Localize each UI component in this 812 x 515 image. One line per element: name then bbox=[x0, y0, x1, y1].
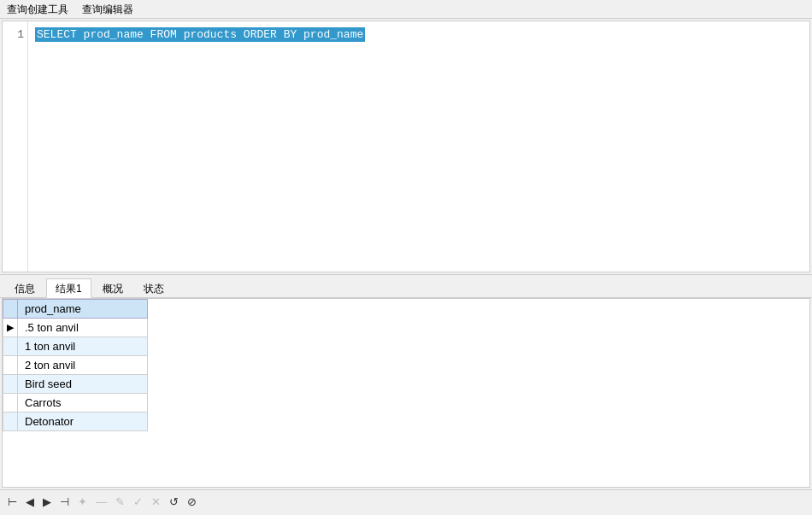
tab-overview[interactable]: 概况 bbox=[93, 278, 132, 297]
bottom-toolbar: ⊢ ◀ ▶ ⊣ ✦ — ✎ ✓ ✕ ↺ ⊘ bbox=[0, 489, 812, 513]
row-value: Carrots bbox=[18, 394, 148, 413]
table-row[interactable]: Bird seed bbox=[3, 375, 148, 394]
row-indicator bbox=[3, 356, 18, 375]
editor-content: 1 SELECT prod_name FROM products ORDER B… bbox=[3, 21, 809, 272]
sql-selected-text[interactable]: SELECT prod_name FROM products ORDER BY … bbox=[35, 27, 365, 42]
next-record-button[interactable]: ▶ bbox=[40, 495, 54, 509]
cancel-record-button[interactable]: ✕ bbox=[149, 495, 163, 509]
line-numbers: 1 bbox=[3, 21, 28, 272]
results-scroll[interactable]: prod_name ▶.5 ton anvil1 ton anvil2 ton … bbox=[3, 299, 809, 487]
save-record-button[interactable]: ✓ bbox=[131, 495, 145, 509]
tab-status[interactable]: 状态 bbox=[134, 278, 174, 297]
add-record-button[interactable]: ✦ bbox=[75, 495, 90, 509]
table-row[interactable]: ▶.5 ton anvil bbox=[3, 319, 148, 337]
first-record-button[interactable]: ⊢ bbox=[5, 495, 20, 509]
editor-container: 1 SELECT prod_name FROM products ORDER B… bbox=[2, 20, 810, 272]
main-layout: 查询创建工具 查询编辑器 1 SELECT prod_name FROM pro… bbox=[0, 0, 812, 513]
edit-record-button[interactable]: ✎ bbox=[113, 495, 127, 509]
table-row[interactable]: 2 ton anvil bbox=[3, 356, 148, 375]
tabs-bar: 信息 结果1 概况 状态 bbox=[0, 274, 812, 298]
tab-info[interactable]: 信息 bbox=[5, 278, 44, 297]
row-value: 2 ton anvil bbox=[18, 356, 148, 375]
table-row[interactable]: 1 ton anvil bbox=[3, 337, 148, 356]
results-table: prod_name ▶.5 ton anvil1 ton anvil2 ton … bbox=[3, 299, 148, 431]
row-value: 1 ton anvil bbox=[18, 337, 148, 356]
clear-button[interactable]: ⊘ bbox=[185, 495, 199, 509]
code-area[interactable]: SELECT prod_name FROM products ORDER BY … bbox=[28, 21, 809, 272]
prev-record-button[interactable]: ◀ bbox=[23, 495, 37, 509]
indicator-header bbox=[3, 300, 18, 319]
row-indicator bbox=[3, 375, 18, 394]
row-value: .5 ton anvil bbox=[18, 319, 148, 337]
results-container: prod_name ▶.5 ton anvil1 ton anvil2 ton … bbox=[2, 298, 810, 488]
row-indicator bbox=[3, 394, 18, 413]
row-indicator: ▶ bbox=[3, 319, 18, 337]
table-row[interactable]: Carrots bbox=[3, 394, 148, 413]
menu-item-query-editor[interactable]: 查询编辑器 bbox=[75, 2, 140, 16]
row-indicator bbox=[3, 337, 18, 356]
last-record-button[interactable]: ⊣ bbox=[57, 495, 72, 509]
row-indicator bbox=[3, 413, 18, 431]
tab-results[interactable]: 结果1 bbox=[46, 278, 91, 298]
column-header-prod-name: prod_name bbox=[18, 300, 148, 319]
row-value: Bird seed bbox=[18, 375, 148, 394]
row-value: Detonator bbox=[18, 413, 148, 431]
delete-record-button[interactable]: — bbox=[93, 495, 109, 509]
menu-bar: 查询创建工具 查询编辑器 bbox=[0, 0, 812, 19]
menu-item-query-builder[interactable]: 查询创建工具 bbox=[0, 2, 75, 16]
table-row[interactable]: Detonator bbox=[3, 413, 148, 431]
refresh-button[interactable]: ↺ bbox=[167, 495, 181, 509]
line-number-1: 1 bbox=[6, 26, 24, 44]
lower-section: 信息 结果1 概况 状态 prod_name ▶.5 ton anvil1 to… bbox=[0, 274, 812, 513]
